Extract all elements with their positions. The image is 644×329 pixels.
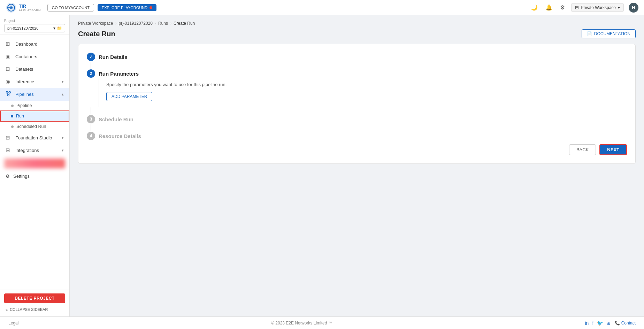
sidebar-subitem-run[interactable]: Run bbox=[0, 110, 69, 122]
sidebar-item-settings[interactable]: ⚙ Settings bbox=[0, 170, 69, 182]
step-1-circle: ✓ bbox=[87, 53, 95, 61]
logo: TIR TIR AI PLATFORM bbox=[6, 2, 41, 13]
sidebar-item-pipelines[interactable]: Pipelines ▴ bbox=[0, 88, 69, 101]
pipelines-icon bbox=[6, 91, 12, 98]
integrations-icon: ⊟ bbox=[6, 147, 12, 153]
sidebar-item-containers[interactable]: ▣ Containers bbox=[0, 50, 69, 63]
step-1-header: ✓ Run Details bbox=[87, 53, 627, 61]
breadcrumb-current: Create Run bbox=[174, 21, 195, 26]
delete-project-button[interactable]: DELETE PROJECT bbox=[4, 293, 65, 303]
workspace-label: Private Workspace bbox=[581, 5, 616, 10]
collapse-left-icon: « bbox=[6, 307, 8, 312]
pipelines-sub-items: Pipeline Run Scheduled Run bbox=[0, 101, 69, 131]
project-select[interactable]: prj-011912072020 ▾ 📁 bbox=[4, 24, 65, 32]
inference-chevron-icon: ▾ bbox=[62, 79, 64, 84]
svg-point-5 bbox=[8, 94, 9, 96]
step-3-section: 3 Schedule Run bbox=[87, 115, 627, 123]
sidebar-item-label: Settings bbox=[13, 174, 30, 179]
step-3-header: 3 Schedule Run bbox=[87, 115, 627, 123]
explore-playground-button[interactable]: EXPLORE PLAYGROUND bbox=[98, 4, 156, 11]
sidebar-item-label: Datasets bbox=[15, 67, 33, 72]
explore-dot-icon bbox=[150, 6, 152, 9]
breadcrumb-sep-2: › bbox=[155, 21, 156, 26]
settings-button[interactable]: ⚙ bbox=[559, 3, 566, 12]
pipelines-chevron-icon: ▴ bbox=[62, 92, 64, 97]
breadcrumb-sep-3: › bbox=[170, 21, 171, 26]
breadcrumb-runs[interactable]: Runs bbox=[158, 21, 168, 26]
sidebar-item-label: Containers bbox=[15, 54, 37, 59]
inference-icon: ◉ bbox=[6, 78, 12, 85]
sidebar-item-label: Inference bbox=[15, 79, 34, 84]
run-dot-icon bbox=[11, 115, 13, 117]
page-header: Create Run 📄 DOCUMENTATION bbox=[78, 29, 636, 38]
pipeline-dot-icon bbox=[11, 105, 14, 107]
navbar-left: TIR TIR AI PLATFORM GO TO MYACCOUNT EXPL… bbox=[6, 2, 156, 13]
logo-icon: TIR bbox=[6, 2, 17, 13]
create-run-card: ✓ Run Details 2 Run Parameters Specify t… bbox=[78, 44, 636, 164]
doc-icon: 📄 bbox=[587, 31, 592, 36]
nav-buttons: BACK NEXT bbox=[87, 144, 627, 155]
sidebar-subitem-label: Run bbox=[16, 114, 24, 118]
sidebar-subitem-pipeline[interactable]: Pipeline bbox=[0, 101, 69, 110]
sidebar-item-dashboard[interactable]: ⊞ Dashboard bbox=[0, 38, 69, 50]
navbar-right: 🌙 🔔 ⚙ ⊞ Private Workspace ▾ H bbox=[529, 3, 638, 13]
scheduled-run-dot-icon bbox=[11, 125, 14, 128]
datasets-icon: ⊟ bbox=[6, 66, 12, 72]
documentation-button[interactable]: 📄 DOCUMENTATION bbox=[582, 29, 636, 38]
dark-mode-button[interactable]: 🌙 bbox=[529, 3, 539, 12]
step-4-header: 4 Resource Details bbox=[87, 132, 627, 140]
sidebar-item-datasets[interactable]: ⊟ Datasets bbox=[0, 63, 69, 75]
project-value: prj-011912072020 bbox=[7, 26, 38, 30]
workspace-dropdown[interactable]: ⊞ Private Workspace ▾ bbox=[571, 3, 624, 12]
step-2-description: Specify the parameters you want to use f… bbox=[106, 82, 627, 87]
step-2-title: Run Parameters bbox=[99, 71, 139, 77]
explore-playground-label: EXPLORE PLAYGROUND bbox=[102, 6, 147, 10]
sidebar-item-label: Pipelines bbox=[15, 92, 34, 97]
go-myaccount-button[interactable]: GO TO MYACCOUNT bbox=[47, 4, 94, 12]
containers-icon: ▣ bbox=[6, 53, 12, 60]
sidebar-item-label: Dashboard bbox=[15, 41, 38, 47]
collapse-sidebar-button[interactable]: « COLLAPSE SIDEBAR bbox=[4, 306, 65, 313]
avatar[interactable]: H bbox=[629, 3, 638, 13]
step-2-circle: 2 bbox=[87, 69, 95, 78]
step-connector-2 bbox=[91, 107, 91, 114]
step-2-section: 2 Run Parameters Specify the parameters … bbox=[87, 69, 627, 107]
breadcrumb: Private Workspace › prj-011912072020 › R… bbox=[78, 21, 636, 26]
step-4-section: 4 Resource Details bbox=[87, 132, 627, 140]
settings-nav-icon: ⚙ bbox=[6, 174, 10, 179]
add-parameter-button[interactable]: ADD PARAMETER bbox=[106, 92, 152, 101]
sidebar-item-integrations[interactable]: ⊟ Integrations ▾ bbox=[0, 144, 69, 156]
notifications-button[interactable]: 🔔 bbox=[544, 3, 554, 12]
sidebar-subitem-label: Pipeline bbox=[16, 103, 32, 108]
step-3-title: Schedule Run bbox=[99, 116, 133, 122]
step-4-circle: 4 bbox=[87, 132, 95, 140]
sidebar-item-label: Foundation Studio bbox=[15, 135, 52, 140]
collapse-sidebar-label: COLLAPSE SIDEBAR bbox=[10, 307, 48, 312]
next-button[interactable]: NEXT bbox=[599, 144, 627, 155]
foundation-studio-chevron-icon: ▾ bbox=[62, 136, 64, 140]
project-folder-icon: 📁 bbox=[57, 26, 62, 31]
sidebar: Project prj-011912072020 ▾ 📁 ⊞ Dashboard… bbox=[0, 15, 70, 316]
logo-subtitle: AI PLATFORM bbox=[19, 9, 41, 12]
top-navbar: TIR TIR AI PLATFORM GO TO MYACCOUNT EXPL… bbox=[0, 0, 644, 15]
sidebar-item-inference[interactable]: ◉ Inference ▾ bbox=[0, 75, 69, 88]
breadcrumb-workspace[interactable]: Private Workspace bbox=[78, 21, 113, 26]
main-content: Private Workspace › prj-011912072020 › R… bbox=[70, 15, 644, 316]
sidebar-item-label: Integrations bbox=[15, 148, 39, 153]
breadcrumb-sep-1: › bbox=[115, 21, 116, 26]
sidebar-item-foundation-studio[interactable]: ⊟ Foundation Studio ▾ bbox=[0, 131, 69, 144]
step-1-section: ✓ Run Details bbox=[87, 53, 627, 61]
sidebar-nav: ⊞ Dashboard ▣ Containers ⊟ Datasets ◉ In… bbox=[0, 35, 69, 290]
blurred-item bbox=[4, 159, 65, 168]
sidebar-project: Project prj-011912072020 ▾ 📁 bbox=[0, 15, 69, 35]
page-title: Create Run bbox=[78, 30, 115, 38]
breadcrumb-project[interactable]: prj-011912072020 bbox=[118, 21, 152, 26]
foundation-studio-icon: ⊟ bbox=[6, 135, 12, 141]
step-4-title: Resource Details bbox=[99, 133, 141, 139]
step-3-circle: 3 bbox=[87, 115, 95, 123]
sidebar-subitem-scheduled-run[interactable]: Scheduled Run bbox=[0, 122, 69, 131]
step-2-header: 2 Run Parameters bbox=[87, 69, 627, 78]
project-dropdown-icon: ▾ bbox=[53, 26, 55, 31]
svg-text:TIR: TIR bbox=[8, 7, 13, 10]
back-button[interactable]: BACK bbox=[569, 144, 596, 155]
